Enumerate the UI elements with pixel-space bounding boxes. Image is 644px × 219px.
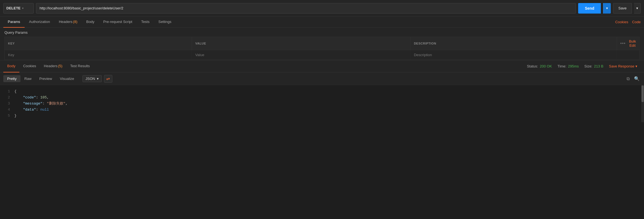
resp-status-area: Status: 200 OK Time: 295ms Size: 213 B S… — [94, 64, 641, 68]
code-line-3: 3 "message": "删除失败", — [4, 101, 640, 107]
chevron-down-icon: ▾ — [22, 7, 24, 10]
params-table: KEY VALUE DESCRIPTION ••• Bulk Edit — [4, 37, 640, 60]
code-line-4: 4 "data": null — [4, 107, 640, 113]
size-item: Size: 213 B — [584, 64, 603, 68]
send-dropdown[interactable]: ▾ — [603, 3, 611, 14]
copy-icon: ⧉ — [627, 76, 630, 81]
tab-headers[interactable]: Headers (8) — [54, 17, 82, 28]
response-section: Body Cookies Headers (5) Test Results St… — [0, 60, 644, 122]
format-select[interactable]: JSON ▾ — [82, 75, 102, 82]
top-bar: DELETE ▾ Send ▾ Save ▾ — [0, 0, 644, 17]
format-tab-raw[interactable]: Raw — [20, 75, 35, 82]
description-cell: Description — [411, 50, 617, 60]
line-number: 3 — [4, 101, 10, 107]
send-button[interactable]: Send — [578, 3, 601, 14]
request-tabs-bar: Params Authorization Headers (8) Body Pr… — [0, 17, 644, 28]
code-area: 1 { 2 "code": 105, 3 "message": "删除失败", … — [0, 85, 644, 122]
save-response-label: Save Response — [609, 64, 634, 68]
query-params-section: Query Params KEY VALUE DESCRIPTION ••• B… — [0, 28, 644, 60]
code-scrollbar[interactable] — [641, 85, 644, 122]
key-cell: Key — [5, 50, 192, 60]
wrap-lines-button[interactable]: ⇌ — [104, 75, 112, 83]
scrollbar-thumb — [642, 85, 644, 102]
status-label: Status: — [527, 64, 538, 68]
save-response-chevron-icon: ▾ — [635, 64, 637, 68]
wrap-icon: ⇌ — [106, 76, 110, 81]
cookies-link[interactable]: Cookies — [615, 20, 628, 24]
format-tab-visualize[interactable]: Visualize — [56, 75, 78, 82]
resp-headers-badge: (5) — [58, 64, 63, 68]
method-label: DELETE — [6, 6, 20, 10]
url-input[interactable] — [40, 6, 572, 10]
tab-tests[interactable]: Tests — [137, 17, 154, 28]
copy-button[interactable]: ⧉ — [625, 75, 631, 82]
status-value: 200 OK — [540, 64, 552, 68]
format-tabs: Pretty Raw Preview Visualize — [3, 75, 78, 82]
time-value: 295ms — [568, 64, 579, 68]
row-actions-cell — [617, 50, 639, 60]
resp-tab-test-results[interactable]: Test Results — [66, 60, 94, 72]
save-dropdown[interactable]: ▾ — [634, 3, 641, 14]
line-content: { — [14, 88, 17, 95]
tab-params[interactable]: Params — [3, 17, 25, 28]
code-line-1: 1 { — [4, 88, 640, 95]
code-line-2: 2 "code": 105, — [4, 95, 640, 101]
line-content: "message": "删除失败", — [14, 101, 67, 107]
method-select[interactable]: DELETE ▾ — [3, 3, 34, 14]
format-tab-pretty[interactable]: Pretty — [3, 75, 20, 82]
col-header-description: DESCRIPTION — [411, 37, 617, 50]
tab-body[interactable]: Body — [82, 17, 99, 28]
resp-tab-body[interactable]: Body — [3, 60, 19, 72]
format-select-label: JSON — [85, 77, 95, 81]
line-number: 2 — [4, 95, 10, 101]
save-chevron-icon: ▾ — [636, 6, 638, 10]
query-params-title: Query Params — [4, 30, 640, 35]
size-value: 213 B — [594, 64, 603, 68]
resp-body-toolbar: Pretty Raw Preview Visualize JSON ▾ ⇌ ⧉ … — [0, 72, 644, 85]
resp-tab-cookies[interactable]: Cookies — [19, 60, 40, 72]
line-number: 5 — [4, 113, 10, 119]
bulk-edit-button[interactable]: Bulk Edit — [629, 39, 636, 48]
line-number: 4 — [4, 107, 10, 113]
line-number: 1 — [4, 88, 10, 95]
resp-tab-headers[interactable]: Headers (5) — [40, 60, 66, 72]
search-button[interactable]: 🔍 — [633, 75, 641, 82]
tab-settings[interactable]: Settings — [154, 17, 176, 28]
line-content: "data": null — [14, 107, 49, 113]
th-actions-row: ••• Bulk Edit — [620, 39, 636, 48]
time-label: Time: — [557, 64, 566, 68]
col-header-actions: ••• Bulk Edit — [617, 37, 639, 50]
time-item: Time: 295ms — [557, 64, 579, 68]
line-content: } — [14, 113, 17, 119]
format-tab-preview[interactable]: Preview — [35, 75, 56, 82]
tab-prerequest[interactable]: Pre-request Script — [99, 17, 137, 28]
code-link[interactable]: Code — [632, 20, 641, 24]
status-item: Status: 200 OK — [527, 64, 552, 68]
headers-badge: (8) — [73, 20, 77, 24]
top-actions: Cookies Code — [615, 20, 641, 24]
col-header-value: VALUE — [192, 37, 411, 50]
table-row: Key Value Description — [5, 50, 640, 60]
format-select-chevron-icon: ▾ — [97, 77, 99, 81]
save-button[interactable]: Save — [613, 3, 632, 14]
search-icon: 🔍 — [634, 76, 640, 81]
response-tabs-bar: Body Cookies Headers (5) Test Results St… — [0, 60, 644, 72]
line-content: "code": 105, — [14, 95, 49, 101]
dots-icon[interactable]: ••• — [620, 41, 626, 46]
tab-authorization[interactable]: Authorization — [25, 17, 54, 28]
value-cell: Value — [192, 50, 411, 60]
col-header-key: KEY — [5, 37, 192, 50]
save-response-button[interactable]: Save Response ▾ — [609, 64, 637, 68]
url-input-wrap — [36, 3, 576, 14]
send-chevron-icon: ▾ — [606, 6, 608, 10]
code-line-5: 5 } — [4, 113, 640, 119]
size-label: Size: — [584, 64, 592, 68]
